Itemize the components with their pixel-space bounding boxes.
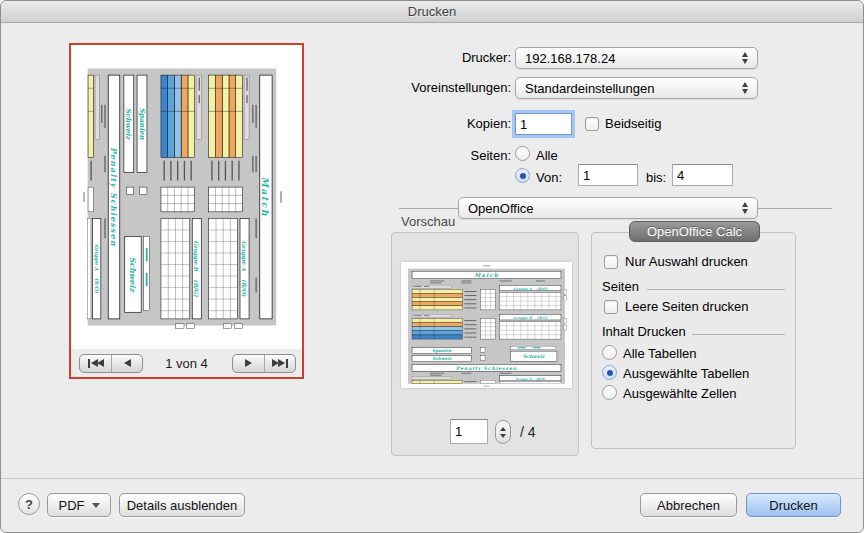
content-group-label: Inhalt Drucken bbox=[602, 324, 686, 340]
presets-value: Standardeinstellungen bbox=[525, 81, 736, 96]
sheet-page-graphic: Match bbox=[81, 57, 287, 337]
selected-cells-label: Ausgewählte Zellen bbox=[623, 386, 736, 402]
sheet-page-graphic: Match bbox=[401, 262, 572, 388]
page-total-label: / 4 bbox=[520, 424, 536, 440]
svg-text:Gruppe A(R/O): Gruppe A(R/O) bbox=[513, 287, 547, 291]
print-label: Drucken bbox=[769, 498, 817, 513]
pages-range-radio[interactable] bbox=[515, 168, 530, 183]
preview-sheet-page: Match bbox=[401, 262, 572, 388]
presets-popup[interactable]: Standardeinstellungen bbox=[515, 77, 758, 99]
selected-tables-radio[interactable] bbox=[602, 365, 617, 380]
app-section-popup[interactable]: OpenOffice bbox=[458, 197, 758, 219]
calc-panel-title: OpenOffice Calc bbox=[647, 224, 742, 239]
stepper-up-icon bbox=[500, 427, 506, 431]
printer-value: 192.168.178.24 bbox=[525, 51, 736, 66]
pages-label: Seiten: bbox=[331, 148, 511, 164]
pages-to-field[interactable] bbox=[672, 164, 733, 186]
pages-all-label: Alle bbox=[536, 148, 558, 164]
pages-to-label: bis: bbox=[646, 170, 666, 186]
calc-panel-title-badge: OpenOffice Calc bbox=[629, 221, 760, 242]
page-stepper[interactable] bbox=[495, 420, 511, 444]
svg-text:Spanien: Spanien bbox=[432, 348, 452, 353]
skip-last-icon bbox=[286, 359, 288, 368]
svg-text:Gruppe A(R/O): Gruppe A(R/O) bbox=[516, 377, 546, 381]
copies-label: Kopien: bbox=[331, 116, 511, 132]
page-preview-box: Match bbox=[69, 43, 304, 379]
pages-all-radio[interactable] bbox=[515, 146, 530, 161]
preview-page-thumbnail: Match bbox=[71, 45, 302, 349]
svg-text:Schweiz: Schweiz bbox=[128, 257, 137, 294]
pages-group-label: Seiten bbox=[602, 279, 639, 295]
svg-text:Schweiz: Schweiz bbox=[124, 108, 133, 141]
svg-text:Gruppe B(B/G): Gruppe B(B/G) bbox=[513, 316, 548, 320]
two-sided-checkbox[interactable] bbox=[585, 117, 599, 131]
preview-page-field[interactable] bbox=[450, 419, 488, 444]
svg-text:Gruppe A(R/O): Gruppe A(R/O) bbox=[93, 244, 100, 293]
next-icon bbox=[245, 359, 252, 367]
nav-forward-segment bbox=[232, 354, 296, 373]
svg-text:Schweiz: Schweiz bbox=[432, 356, 452, 361]
svg-text:Penalty Schiessen: Penalty Schiessen bbox=[109, 147, 118, 247]
group-divider bbox=[692, 334, 785, 335]
preview-panel-label: Vorschau bbox=[401, 214, 455, 229]
preview-nav-bar: 1 von 4 bbox=[71, 349, 302, 377]
pdf-label: PDF bbox=[59, 498, 85, 513]
dropdown-arrow-icon bbox=[92, 503, 100, 508]
cancel-label: Abbrechen bbox=[657, 498, 720, 513]
stepper-down-icon bbox=[500, 434, 506, 438]
next-page-button[interactable] bbox=[233, 355, 264, 372]
all-tables-label: Alle Tabellen bbox=[623, 346, 696, 362]
pages-from-label: Von: bbox=[536, 170, 562, 186]
footer-divider bbox=[1, 478, 863, 479]
pdf-menu-button[interactable]: PDF bbox=[47, 493, 111, 517]
blank-pages-label: Leere Seiten drucken bbox=[625, 299, 749, 315]
help-button[interactable]: ? bbox=[18, 493, 40, 515]
all-tables-radio[interactable] bbox=[602, 345, 617, 360]
printer-label: Drucker: bbox=[331, 50, 511, 66]
svg-text:Gruppe A(R/O): Gruppe A(R/O) bbox=[240, 241, 247, 297]
svg-text:Gruppe B(B/G): Gruppe B(B/G) bbox=[192, 241, 199, 298]
selected-tables-label: Ausgewählte Tabellen bbox=[623, 366, 749, 382]
selected-cells-radio[interactable] bbox=[602, 385, 617, 400]
hide-details-label: Details ausblenden bbox=[127, 498, 238, 513]
app-section-value: OpenOffice bbox=[468, 201, 736, 216]
only-selection-checkbox[interactable] bbox=[604, 255, 618, 269]
svg-text:Schweiz: Schweiz bbox=[523, 354, 546, 359]
title-bar: Drucken bbox=[1, 1, 863, 23]
copies-field[interactable] bbox=[515, 113, 572, 135]
svg-text:Spanien: Spanien bbox=[138, 108, 147, 141]
rotated-sheet-holder: Match bbox=[81, 57, 287, 337]
cancel-button[interactable]: Abbrechen bbox=[640, 493, 737, 517]
presets-label: Voreinstellungen: bbox=[331, 80, 511, 96]
preview-panel: Match bbox=[391, 232, 579, 456]
hide-details-button[interactable]: Details ausblenden bbox=[119, 493, 245, 517]
only-selection-label: Nur Auswahl drucken bbox=[625, 254, 748, 270]
printer-popup[interactable]: 192.168.178.24 bbox=[515, 47, 758, 69]
popup-arrows-icon bbox=[742, 52, 748, 64]
print-dialog: Drucken Match bbox=[0, 0, 864, 533]
popup-arrows-icon bbox=[742, 82, 748, 94]
calc-options-panel: Nur Auswahl drucken Seiten Leere Seiten … bbox=[591, 232, 796, 449]
group-divider bbox=[647, 289, 785, 290]
svg-text:Match: Match bbox=[260, 177, 270, 217]
window-title: Drucken bbox=[408, 4, 456, 19]
last-page-button[interactable] bbox=[264, 355, 295, 372]
popup-arrows-icon bbox=[742, 202, 748, 214]
two-sided-label: Beidseitig bbox=[605, 116, 661, 132]
svg-text:Match: Match bbox=[474, 272, 499, 278]
print-button[interactable]: Drucken bbox=[746, 493, 841, 517]
pages-from-field[interactable] bbox=[578, 164, 638, 186]
blank-pages-checkbox[interactable] bbox=[604, 300, 618, 314]
